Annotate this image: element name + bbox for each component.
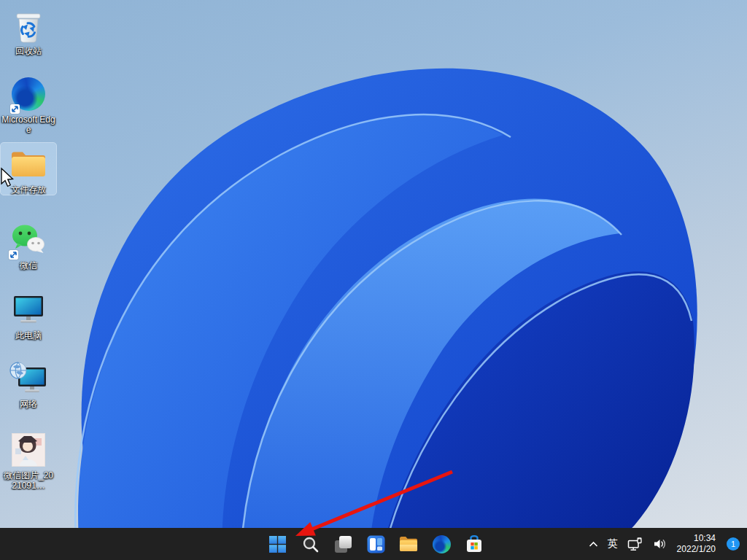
desktop-icon-microsoft-edge[interactable]: Microsoft Edge xyxy=(1,73,56,135)
widgets-icon xyxy=(367,535,385,553)
folder-icon xyxy=(9,146,47,182)
file-explorer-icon xyxy=(399,535,418,553)
search-icon xyxy=(302,536,319,553)
network-status-button[interactable] xyxy=(627,537,643,551)
microsoft-store-icon xyxy=(465,534,484,553)
wechat-icon xyxy=(10,222,47,258)
recycle-bin-icon xyxy=(12,7,44,44)
icon-label: 文件存放 xyxy=(11,184,46,195)
hidden-icons-chevron-button[interactable] xyxy=(589,540,598,548)
icon-label: 此电脑 xyxy=(15,330,42,341)
ethernet-network-icon xyxy=(627,537,643,551)
clock-time: 10:34 xyxy=(677,533,716,544)
taskbar-center-group xyxy=(268,528,484,560)
chevron-up-icon xyxy=(589,540,598,548)
microsoft-store-button[interactable] xyxy=(465,534,484,553)
icon-label: 微信 xyxy=(20,260,37,271)
image-thumbnail xyxy=(12,432,45,468)
desktop-icon-wechat[interactable]: 微信 xyxy=(1,219,56,271)
clock-date: 2022/1/20 xyxy=(677,544,716,555)
file-explorer-button[interactable] xyxy=(399,534,418,553)
desktop-icon-file-folder[interactable]: 文件存放 xyxy=(1,143,56,195)
start-button[interactable] xyxy=(268,534,287,553)
edge-icon xyxy=(433,535,451,553)
this-pc-icon xyxy=(12,292,45,328)
edge-icon xyxy=(12,76,45,112)
icon-label: 回收站 xyxy=(15,46,42,56)
shortcut-arrow-icon xyxy=(9,250,18,260)
icon-label: 微信图片_2021091… xyxy=(1,470,55,491)
desktop-wallpaper xyxy=(0,0,747,560)
edge-button[interactable] xyxy=(432,534,451,553)
search-button[interactable] xyxy=(301,534,320,553)
system-tray: 英 10:34 2022/1/20 1 xyxy=(589,528,747,560)
task-view-icon xyxy=(334,535,352,553)
windows-start-icon xyxy=(268,535,287,553)
desktop-icon-this-pc[interactable]: 此电脑 xyxy=(1,289,56,341)
taskbar: 英 10:34 2022/1/20 1 xyxy=(0,528,747,560)
desktop-icon-wechat-image[interactable]: 微信图片_2021091… xyxy=(1,429,56,491)
icon-label: 网络 xyxy=(20,399,37,409)
volume-button[interactable] xyxy=(653,537,667,551)
notification-badge[interactable]: 1 xyxy=(727,537,740,551)
clock[interactable]: 10:34 2022/1/20 xyxy=(677,533,716,555)
network-icon xyxy=(9,360,47,397)
task-view-button[interactable] xyxy=(333,534,352,553)
icon-label: Microsoft Edge xyxy=(1,114,55,135)
desktop-icon-network[interactable]: 网络 xyxy=(1,357,56,409)
ime-indicator[interactable]: 英 xyxy=(608,537,618,551)
widgets-button[interactable] xyxy=(366,534,385,553)
speaker-icon xyxy=(653,537,667,551)
desktop-icon-recycle-bin[interactable]: 回收站 xyxy=(1,4,56,56)
shortcut-arrow-icon xyxy=(10,104,20,114)
